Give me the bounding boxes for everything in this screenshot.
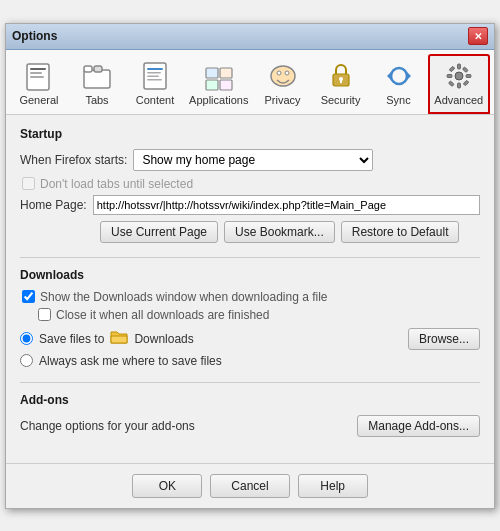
svg-rect-28 (466, 74, 471, 77)
tab-sync-label: Sync (386, 94, 410, 106)
sync-icon (383, 60, 415, 92)
svg-rect-11 (147, 79, 162, 81)
dont-load-label: Don't load tabs until selected (40, 177, 193, 191)
tabs-icon (81, 60, 113, 92)
ok-button[interactable]: OK (132, 474, 202, 498)
always-ask-label: Always ask me where to save files (39, 354, 222, 368)
footer-bar: OK Cancel Help (6, 463, 494, 508)
svg-rect-25 (457, 64, 460, 69)
tab-sync[interactable]: Sync (370, 54, 428, 114)
restore-default-button[interactable]: Restore to Default (341, 221, 460, 243)
help-button[interactable]: Help (298, 474, 368, 498)
svg-point-24 (455, 72, 463, 80)
close-button[interactable]: ✕ (468, 27, 488, 45)
homepage-buttons: Use Current Page Use Bookmark... Restore… (100, 221, 480, 243)
addons-section: Add-ons Change options for your add-ons … (20, 393, 480, 437)
tab-bar: General Tabs Content Applications (6, 50, 494, 115)
save-files-label: Save files to (39, 332, 104, 346)
tab-content-label: Content (136, 94, 175, 106)
close-downloads-row: Close it when all downloads are finished (38, 308, 480, 322)
tab-tabs[interactable]: Tabs (68, 54, 126, 114)
always-ask-row: Always ask me where to save files (20, 354, 480, 368)
homepage-label: Home Page: (20, 198, 87, 212)
svg-rect-15 (220, 80, 232, 90)
svg-rect-30 (463, 80, 469, 86)
security-icon (325, 60, 357, 92)
svg-rect-21 (340, 80, 342, 83)
svg-rect-3 (30, 76, 44, 78)
dont-load-row: Don't load tabs until selected (22, 177, 480, 191)
addons-description: Change options for your add-ons (20, 419, 195, 433)
svg-rect-10 (147, 75, 159, 77)
svg-rect-13 (220, 68, 232, 78)
show-downloads-row: Show the Downloads window when downloadi… (22, 290, 480, 304)
svg-rect-14 (206, 80, 218, 90)
close-downloads-label: Close it when all downloads are finished (56, 308, 269, 322)
tab-content[interactable]: Content (126, 54, 184, 114)
home-page-row: Home Page: (20, 195, 480, 215)
svg-rect-12 (206, 68, 218, 78)
applications-icon (203, 60, 235, 92)
main-content: Startup When Firefox starts: Show my hom… (6, 115, 494, 463)
tab-advanced-label: Advanced (434, 94, 483, 106)
always-ask-radio[interactable] (20, 354, 33, 367)
svg-rect-31 (462, 66, 468, 72)
content-icon (139, 60, 171, 92)
svg-rect-9 (147, 72, 161, 74)
tab-privacy-label: Privacy (264, 94, 300, 106)
privacy-icon (267, 60, 299, 92)
show-downloads-checkbox[interactable] (22, 290, 35, 303)
svg-marker-23 (387, 72, 391, 80)
tab-security-label: Security (321, 94, 361, 106)
title-bar: Options ✕ (6, 24, 494, 50)
general-icon (23, 60, 55, 92)
dont-load-checkbox[interactable] (22, 177, 35, 190)
browse-button[interactable]: Browse... (408, 328, 480, 350)
tab-applications-label: Applications (189, 94, 248, 106)
save-location: Downloads (134, 332, 193, 346)
tab-general-label: General (19, 94, 58, 106)
svg-point-18 (285, 71, 289, 75)
startup-section: Startup When Firefox starts: Show my hom… (20, 127, 480, 243)
svg-rect-32 (448, 80, 454, 86)
tab-security[interactable]: Security (312, 54, 370, 114)
svg-rect-2 (30, 72, 42, 74)
svg-rect-6 (94, 66, 102, 72)
svg-rect-26 (457, 83, 460, 88)
show-downloads-label: Show the Downloads window when downloadi… (40, 290, 328, 304)
cancel-button[interactable]: Cancel (210, 474, 289, 498)
save-files-radio[interactable] (20, 332, 33, 345)
startup-dropdown[interactable]: Show my home page (133, 149, 373, 171)
svg-rect-8 (147, 68, 163, 70)
advanced-icon (443, 60, 475, 92)
use-bookmark-button[interactable]: Use Bookmark... (224, 221, 335, 243)
folder-icon (110, 329, 128, 348)
addons-row: Change options for your add-ons Manage A… (20, 415, 480, 437)
startup-title: Startup (20, 127, 480, 141)
homepage-input[interactable] (93, 195, 480, 215)
tab-applications[interactable]: Applications (184, 54, 254, 114)
tab-advanced[interactable]: Advanced (428, 54, 490, 114)
manage-addons-button[interactable]: Manage Add-ons... (357, 415, 480, 437)
svg-rect-5 (84, 66, 92, 72)
startup-row: When Firefox starts: Show my home page (20, 149, 480, 171)
use-current-page-button[interactable]: Use Current Page (100, 221, 218, 243)
options-window: Options ✕ General Tabs Content (5, 23, 495, 509)
divider-2 (20, 382, 480, 383)
window-title: Options (12, 29, 57, 43)
svg-rect-27 (447, 74, 452, 77)
downloads-title: Downloads (20, 268, 480, 282)
tab-tabs-label: Tabs (85, 94, 108, 106)
svg-rect-1 (30, 68, 46, 70)
svg-rect-29 (449, 66, 455, 72)
when-label: When Firefox starts: (20, 153, 127, 167)
tab-privacy[interactable]: Privacy (254, 54, 312, 114)
close-downloads-checkbox[interactable] (38, 308, 51, 321)
save-files-row: Save files to Downloads Browse... (20, 328, 480, 350)
addons-title: Add-ons (20, 393, 480, 407)
tab-general[interactable]: General (10, 54, 68, 114)
svg-point-17 (277, 71, 281, 75)
divider-1 (20, 257, 480, 258)
downloads-section: Downloads Show the Downloads window when… (20, 268, 480, 368)
